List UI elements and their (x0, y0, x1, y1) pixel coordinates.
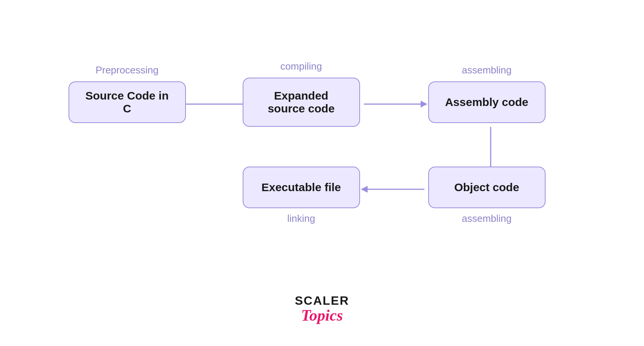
assembly-node-wrapper: assembling Assembly code (428, 64, 546, 123)
expanded-node-wrapper: compiling Expanded source code (243, 61, 360, 127)
logo-scaler-text: SCALER (295, 295, 349, 307)
logo-area: SCALER Topics (295, 295, 349, 323)
svg-marker-7 (361, 186, 368, 193)
object-node-label: Object code (454, 181, 519, 194)
assembly-node-label: Assembly code (445, 96, 528, 109)
assembling-label-2: assembling (462, 213, 512, 224)
assembling-label-1: assembling (462, 64, 512, 76)
compiling-label: compiling (281, 61, 322, 72)
source-node-wrapper: Preprocessing Source Code in C (69, 64, 186, 123)
expanded-node: Expanded source code (243, 78, 360, 127)
executable-node-wrapper: Executable file linking (243, 167, 360, 224)
expanded-node-label: Expanded source code (255, 89, 348, 115)
preprocessing-label: Preprocessing (95, 64, 158, 76)
source-node: Source Code in C (69, 81, 186, 123)
assembly-node: Assembly code (428, 81, 546, 123)
object-node-wrapper: Object code assembling (428, 167, 546, 224)
executable-node-label: Executable file (261, 181, 341, 194)
svg-marker-3 (421, 101, 427, 108)
object-node: Object code (428, 167, 546, 208)
logo-topics-text: Topics (301, 307, 343, 323)
source-node-label: Source Code in C (81, 89, 174, 115)
linking-label: linking (287, 213, 315, 224)
executable-node: Executable file (243, 167, 360, 208)
